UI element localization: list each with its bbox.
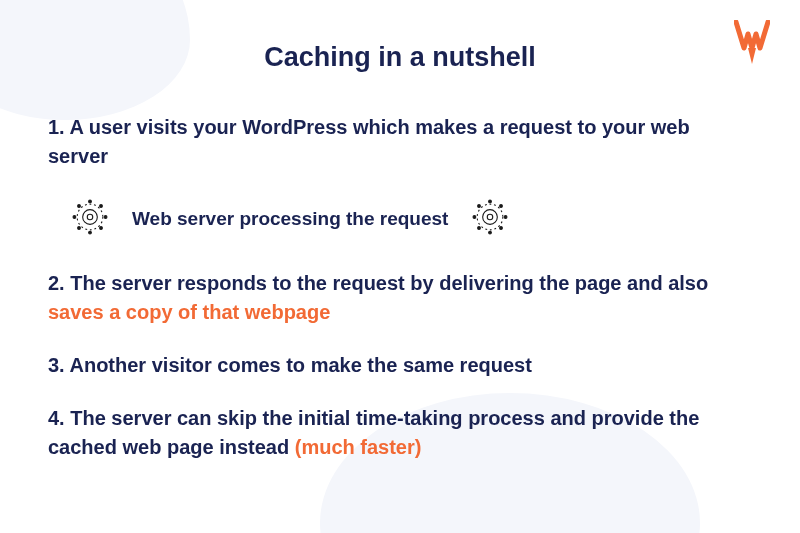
svg-point-7 — [100, 205, 103, 208]
svg-point-19 — [478, 227, 481, 230]
svg-point-13 — [488, 214, 494, 220]
svg-point-4 — [89, 231, 92, 234]
svg-point-0 — [77, 204, 103, 230]
processing-row: Web server processing the request — [68, 195, 752, 243]
svg-point-6 — [104, 216, 107, 219]
svg-point-8 — [78, 227, 81, 230]
svg-point-17 — [505, 216, 508, 219]
svg-point-15 — [489, 231, 492, 234]
processing-label: Web server processing the request — [132, 208, 448, 230]
svg-point-16 — [473, 216, 476, 219]
step-4-highlight: (much faster) — [295, 436, 422, 458]
svg-point-18 — [500, 205, 503, 208]
wp-rocket-logo — [734, 20, 770, 70]
step-2-highlight: saves a copy of that webpage — [48, 301, 330, 323]
svg-point-1 — [83, 210, 98, 225]
step-2: 2. The server responds to the request by… — [48, 269, 752, 327]
step-4: 4. The server can skip the initial time-… — [48, 404, 752, 462]
step-1: 1. A user visits your WordPress which ma… — [48, 113, 752, 171]
svg-point-9 — [100, 227, 103, 230]
step-3: 3. Another visitor comes to make the sam… — [48, 351, 752, 380]
gear-icon — [468, 195, 512, 243]
gear-icon — [68, 195, 112, 243]
svg-point-11 — [478, 204, 504, 230]
svg-point-20 — [500, 227, 503, 230]
svg-point-3 — [89, 200, 92, 203]
step-2-text: 2. The server responds to the request by… — [48, 272, 708, 294]
svg-point-10 — [78, 205, 81, 208]
svg-point-14 — [489, 200, 492, 203]
svg-point-2 — [87, 214, 93, 220]
svg-point-12 — [483, 210, 498, 225]
page-title: Caching in a nutshell — [48, 42, 752, 73]
svg-point-21 — [478, 205, 481, 208]
svg-point-5 — [73, 216, 76, 219]
content-area: Caching in a nutshell 1. A user visits y… — [0, 0, 800, 516]
